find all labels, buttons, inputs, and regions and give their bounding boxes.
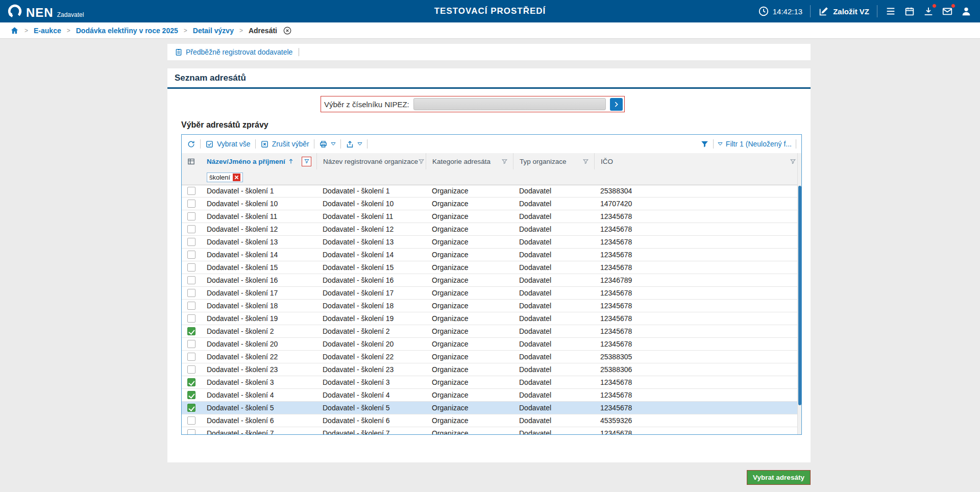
column-filter-icon[interactable] bbox=[582, 158, 589, 165]
table-row[interactable]: Dodavatel - školení 19 Dodavatel - škole… bbox=[182, 312, 797, 325]
row-checkbox[interactable] bbox=[187, 429, 195, 434]
menu-icon[interactable] bbox=[885, 6, 896, 17]
row-checkbox[interactable] bbox=[187, 416, 195, 425]
cell-category: Organizace bbox=[426, 276, 513, 284]
nen-logo[interactable]: NEN Zadavatel bbox=[0, 4, 84, 19]
remove-filter-icon[interactable] bbox=[233, 174, 240, 181]
row-checkbox[interactable] bbox=[187, 187, 195, 195]
column-header-ico[interactable]: IČO bbox=[594, 153, 801, 169]
table-row[interactable]: Dodavatel - školení 17 Dodavatel - škole… bbox=[182, 287, 797, 300]
row-checkbox[interactable] bbox=[187, 353, 195, 361]
table-row[interactable]: Dodavatel - školení 7 Dodavatel - školen… bbox=[182, 427, 797, 434]
row-checkbox[interactable] bbox=[187, 289, 195, 297]
row-checkbox[interactable] bbox=[187, 276, 195, 284]
row-checkbox-cell bbox=[182, 391, 201, 399]
row-checkbox[interactable] bbox=[187, 238, 195, 246]
row-checkbox[interactable] bbox=[187, 314, 195, 323]
table-row[interactable]: Dodavatel - školení 6 Dodavatel - školen… bbox=[182, 414, 797, 427]
column-filter-icon[interactable] bbox=[790, 158, 796, 165]
row-checkbox[interactable] bbox=[187, 365, 195, 374]
table-row[interactable]: Dodavatel - školení 10 Dodavatel - škole… bbox=[182, 198, 797, 210]
table-row[interactable]: Dodavatel - školení 15 Dodavatel - škole… bbox=[182, 261, 797, 274]
cell-org: Dodavatel - školení 1 bbox=[316, 187, 426, 195]
row-checkbox[interactable] bbox=[187, 404, 195, 412]
column-header-name[interactable]: Název/Jméno a příjmení bbox=[201, 153, 316, 169]
filter-preset-dropdown[interactable]: Filtr 1 (Neuložený f... bbox=[718, 140, 792, 148]
row-checkbox[interactable] bbox=[187, 251, 195, 259]
scrollbar-thumb[interactable] bbox=[798, 186, 801, 405]
print-button[interactable] bbox=[319, 140, 336, 149]
table-row[interactable]: Dodavatel - školení 13 Dodavatel - škole… bbox=[182, 236, 797, 249]
table-row[interactable]: Dodavatel - školení 1 Dodavatel - školen… bbox=[182, 185, 797, 198]
breadcrumb-item-contract[interactable]: Dodávka elektřiny v roce 2025 bbox=[76, 27, 178, 35]
vertical-scrollbar[interactable] bbox=[797, 153, 801, 434]
column-filter-icon[interactable] bbox=[501, 158, 508, 165]
table-row[interactable]: Dodavatel - školení 14 Dodavatel - škole… bbox=[182, 249, 797, 261]
grid-header-row: Název/Jméno a příjmení Název registrovan… bbox=[182, 153, 801, 169]
row-checkbox-cell bbox=[182, 212, 201, 220]
table-row[interactable]: Dodavatel - školení 3 Dodavatel - školen… bbox=[182, 376, 797, 389]
row-checkbox[interactable] bbox=[187, 302, 195, 310]
row-checkbox-cell bbox=[182, 314, 201, 323]
register-supplier-link[interactable]: Předběžně registrovat dodavatele bbox=[175, 48, 292, 56]
messages-icon[interactable] bbox=[942, 6, 953, 17]
table-row[interactable]: Dodavatel - školení 20 Dodavatel - škole… bbox=[182, 338, 797, 351]
table-row[interactable]: Dodavatel - školení 12 Dodavatel - škole… bbox=[182, 223, 797, 236]
table-row[interactable]: Dodavatel - školení 18 Dodavatel - škole… bbox=[182, 300, 797, 312]
column-header-category[interactable]: Kategorie adresáta bbox=[426, 153, 513, 169]
table-row[interactable]: Dodavatel - školení 4 Dodavatel - školen… bbox=[182, 389, 797, 402]
close-tab-icon[interactable] bbox=[283, 26, 292, 35]
cell-category: Organizace bbox=[426, 263, 513, 272]
filter-button[interactable] bbox=[700, 140, 709, 149]
row-checkbox[interactable] bbox=[187, 378, 195, 386]
refresh-button[interactable] bbox=[187, 140, 195, 149]
cell-org: Dodavatel - školení 22 bbox=[316, 353, 426, 361]
column-filter-active-icon[interactable] bbox=[302, 157, 311, 166]
column-header-org[interactable]: Název registrované organizace bbox=[316, 153, 426, 169]
column-filter-icon[interactable] bbox=[418, 158, 425, 165]
cell-type: Dodavatel bbox=[513, 404, 594, 412]
table-row[interactable]: Dodavatel - školení 23 Dodavatel - škole… bbox=[182, 363, 797, 376]
select-all-button[interactable]: Vybrat vše bbox=[205, 140, 251, 149]
table-row[interactable]: Dodavatel - školení 5 Dodavatel - školen… bbox=[182, 402, 797, 414]
calendar-icon[interactable] bbox=[904, 6, 915, 17]
user-profile-icon[interactable] bbox=[961, 6, 972, 17]
cell-org: Dodavatel - školení 10 bbox=[316, 200, 426, 208]
nipez-input[interactable] bbox=[413, 98, 606, 110]
row-checkbox[interactable] bbox=[187, 212, 195, 220]
toolbar-divider bbox=[713, 139, 714, 149]
cell-type: Dodavatel bbox=[513, 391, 594, 399]
column-header-type[interactable]: Typ organizace bbox=[513, 153, 594, 169]
table-row[interactable]: Dodavatel - školení 16 Dodavatel - škole… bbox=[182, 274, 797, 287]
cell-name: Dodavatel - školení 10 bbox=[201, 200, 316, 208]
refresh-icon bbox=[187, 140, 195, 149]
table-row[interactable]: Dodavatel - školení 11 Dodavatel - škole… bbox=[182, 210, 797, 223]
clear-selection-button[interactable]: Zrušit výběr bbox=[260, 140, 309, 149]
brand-name: NEN bbox=[26, 7, 54, 19]
row-checkbox-cell bbox=[182, 378, 201, 386]
toolbar-divider bbox=[340, 139, 341, 149]
cell-type: Dodavatel bbox=[513, 365, 594, 374]
nipez-open-button[interactable] bbox=[610, 98, 623, 111]
column-header-ico-label: IČO bbox=[601, 158, 613, 165]
downloads-icon[interactable] bbox=[923, 6, 934, 17]
row-checkbox[interactable] bbox=[187, 327, 195, 335]
table-row[interactable]: Dodavatel - školení 2 Dodavatel - školen… bbox=[182, 325, 797, 338]
row-checkbox[interactable] bbox=[187, 391, 195, 399]
row-checkbox[interactable] bbox=[187, 340, 195, 348]
export-button[interactable] bbox=[346, 140, 362, 149]
cell-type: Dodavatel bbox=[513, 200, 594, 208]
select-column-header[interactable] bbox=[182, 153, 201, 169]
breadcrumb-item-e-aukce[interactable]: E-aukce bbox=[34, 27, 61, 35]
filter-chip[interactable]: školení bbox=[207, 173, 243, 182]
home-icon[interactable] bbox=[10, 26, 19, 35]
breadcrumb-item-detail-vyzvy[interactable]: Detail výzvy bbox=[193, 27, 234, 35]
row-checkbox[interactable] bbox=[187, 225, 195, 233]
row-checkbox[interactable] bbox=[187, 263, 195, 272]
row-checkbox[interactable] bbox=[187, 200, 195, 208]
checkbox-x-icon bbox=[260, 140, 269, 149]
create-vz-button[interactable]: Založit VZ bbox=[818, 6, 869, 17]
cell-name: Dodavatel - školení 19 bbox=[201, 314, 316, 323]
table-row[interactable]: Dodavatel - školení 22 Dodavatel - škole… bbox=[182, 351, 797, 363]
select-addressees-button[interactable]: Vybrat adresáty bbox=[747, 470, 811, 485]
